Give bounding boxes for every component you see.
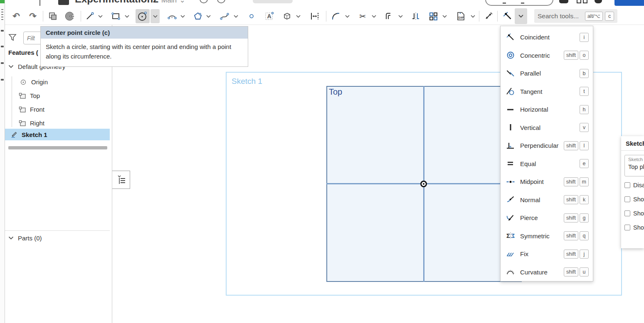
chevron-down-icon: [8, 65, 14, 69]
checkbox-label: Show: [633, 210, 644, 217]
dxf-chevron-icon[interactable]: [469, 9, 476, 23]
point-tool-icon[interactable]: [248, 9, 255, 23]
coincident-constraint-icon[interactable]: [501, 9, 514, 23]
use-project-chevron-icon[interactable]: [294, 9, 302, 23]
menu-item-normal[interactable]: Normal shiftk: [501, 191, 593, 209]
dialog-checkbox-row[interactable]: Show: [624, 196, 644, 203]
constraints-chevron-icon[interactable]: [515, 8, 527, 24]
sketch-plane-field-value: Top pl: [628, 164, 644, 170]
onshape-logo-fragment: [0, 0, 5, 3]
search-tools-button[interactable]: Search tools... alt/⌥ c: [534, 9, 617, 23]
symmetric-icon: ΣΣ: [506, 231, 516, 240]
filter-funnel-icon[interactable]: [7, 32, 17, 44]
menu-item-vertical[interactable]: Vertical v: [501, 119, 593, 137]
menu-item-tangent[interactable]: Tangent t: [501, 83, 593, 101]
drag-handle-icon[interactable]: [1, 9, 3, 20]
checkbox-icon[interactable]: [624, 210, 630, 216]
center-point-circle-tool-icon[interactable]: [136, 9, 150, 23]
checkbox-icon[interactable]: [624, 182, 630, 188]
workspace-label[interactable]: Main: [161, 0, 177, 4]
line-tool-chevron-icon[interactable]: [96, 9, 104, 23]
checkbox-label: Sho: [633, 224, 644, 231]
pattern-tool-icon[interactable]: [427, 9, 439, 23]
header-icon[interactable]: [217, 0, 225, 3]
menu-item-label: Concentric: [520, 52, 564, 59]
spline-tool-chevron-icon[interactable]: [232, 9, 239, 23]
search-tools-label: Search tools...: [538, 12, 583, 20]
dialog-checkbox-row[interactable]: Disa: [624, 182, 644, 188]
arc-tool-chevron-icon[interactable]: [179, 9, 186, 23]
tree-item-label: Front: [30, 106, 44, 113]
mirror-tool-icon[interactable]: [410, 9, 422, 23]
rectangle-tool-icon[interactable]: [111, 9, 121, 23]
svg-text:A: A: [267, 13, 271, 20]
dialog-checkbox-row[interactable]: Show: [624, 210, 644, 217]
fillet-tool-chevron-icon[interactable]: [343, 9, 351, 23]
menu-item-concentric[interactable]: Concentric shifto: [501, 46, 593, 65]
tree-item-sketch1[interactable]: Sketch 1: [5, 129, 110, 140]
horizontal-icon: [506, 105, 516, 114]
offset-tool-icon[interactable]: [383, 9, 395, 23]
revolve-icon[interactable]: [63, 9, 76, 23]
menu-item-coincident[interactable]: Coincident i: [501, 28, 593, 46]
parts-section-header[interactable]: Parts (0): [8, 235, 42, 242]
tree-item-right[interactable]: Right: [5, 117, 110, 129]
header-divider: [39, 0, 40, 6]
arc-tool-icon[interactable]: +: [166, 9, 178, 23]
trim-tool-chevron-icon[interactable]: [370, 9, 378, 23]
use-project-tool-icon[interactable]: [281, 9, 293, 23]
pattern-tool-chevron-icon[interactable]: [441, 9, 448, 23]
menu-item-fix[interactable]: Fix shiftj: [501, 245, 593, 263]
polygon-tool-chevron-icon[interactable]: [205, 9, 212, 23]
dxf-import-icon[interactable]: DXF: [455, 9, 466, 23]
curvature-icon: [506, 267, 516, 277]
polygon-tool-icon[interactable]: [192, 9, 204, 23]
dimension-tool-icon[interactable]: [309, 9, 320, 23]
tree-item-front[interactable]: Front: [5, 104, 110, 115]
menu-item-perpendicular[interactable]: Perpendicular shiftl: [501, 137, 593, 155]
normal-icon: [506, 195, 516, 204]
pierce-icon: [506, 213, 516, 223]
dialog-checkbox-row[interactable]: Sho: [624, 224, 644, 231]
menu-item-midpoint[interactable]: Midpoint shiftm: [501, 173, 593, 191]
menu-item-parallel[interactable]: Parallel b: [501, 64, 593, 83]
equal-icon: [506, 159, 516, 168]
offset-tool-chevron-icon[interactable]: [397, 9, 404, 23]
undo-icon[interactable]: ↶: [10, 9, 22, 23]
chevron-down-icon: [8, 236, 14, 240]
measure-tool-icon[interactable]: [482, 9, 495, 23]
menu-item-horizontal[interactable]: Horizontal h: [501, 100, 593, 119]
plane-label: Top: [329, 87, 342, 97]
extrude-icon[interactable]: [47, 9, 59, 23]
rollback-bar[interactable]: [8, 146, 107, 149]
rectangle-tool-chevron-icon[interactable]: [123, 9, 131, 23]
user-avatar[interactable]: [595, 0, 602, 3]
help-icon[interactable]: [200, 0, 208, 3]
notifications-bell-icon[interactable]: [559, 0, 568, 3]
menu-item-pierce[interactable]: Pierce shiftg: [501, 209, 593, 227]
apps-grid-icon[interactable]: [577, 0, 589, 3]
origin-point[interactable]: [420, 181, 427, 187]
view-controls-fragment[interactable]: [485, 0, 553, 6]
checkbox-icon[interactable]: [624, 196, 630, 202]
circle-tool-chevron-icon[interactable]: [151, 9, 160, 23]
vertical-icon: [506, 123, 516, 132]
menu-item-curvature[interactable]: Curvature shiftu: [501, 263, 593, 281]
tree-collapse-flyout-button[interactable]: [112, 171, 130, 189]
spline-tool-icon[interactable]: [219, 9, 230, 23]
share-button[interactable]: [614, 0, 644, 6]
sketch-region-label: Sketch 1: [232, 77, 262, 86]
sketch-plane-field[interactable]: Sketch p Top pl: [624, 155, 644, 176]
menu-item-symmetric[interactable]: ΣΣ Symmetric shiftq: [501, 227, 593, 245]
menu-item-label: Parallel: [520, 70, 580, 77]
checkbox-icon[interactable]: [624, 225, 630, 230]
fillet-tool-icon[interactable]: [330, 9, 342, 23]
tree-item-top[interactable]: Top: [5, 90, 110, 101]
text-tool-icon[interactable]: A: [264, 9, 275, 23]
tree-item-origin[interactable]: Origin: [5, 76, 110, 88]
trim-tool-icon[interactable]: ✂: [357, 9, 368, 23]
redo-icon[interactable]: ↷: [27, 9, 39, 23]
menu-item-equal[interactable]: Equal e: [501, 155, 593, 173]
features-heading: Features (: [8, 49, 38, 56]
line-tool-icon[interactable]: [84, 9, 95, 23]
